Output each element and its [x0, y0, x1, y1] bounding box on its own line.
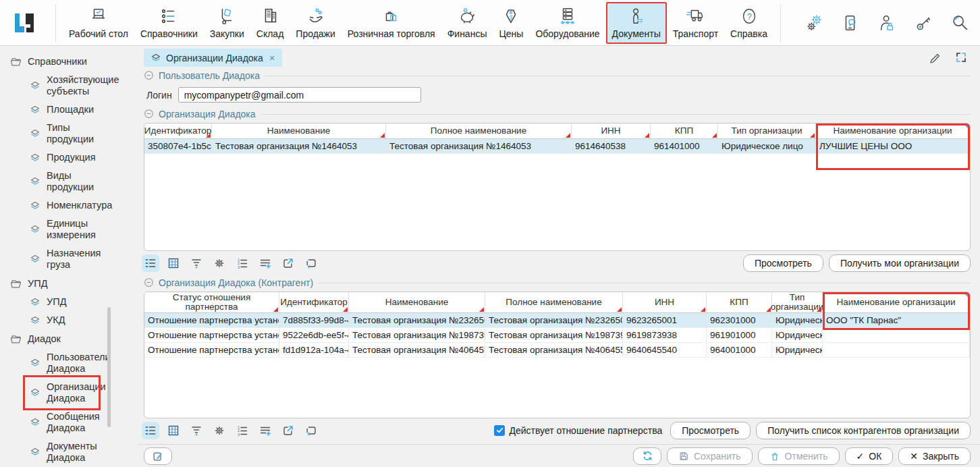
sidebar-item-cargo-purposes[interactable]: Назначения груза: [0, 244, 138, 274]
table-cell: Тестовая организация №2326500: [485, 313, 623, 327]
sidebar-item-diadoc-messages[interactable]: Сообщения Диадока: [0, 408, 138, 437]
table-row[interactable]: Отношение партнерства установ 7d885f33-9…: [144, 313, 970, 328]
gear-icon[interactable]: [213, 256, 226, 270]
toolbar-separator: [780, 4, 781, 42]
close-button[interactable]: ✕ Закрыть: [898, 447, 971, 465]
cancel-button[interactable]: Отменить: [758, 447, 840, 465]
column-header[interactable]: Идентификатор: [144, 123, 212, 138]
feedback-icon[interactable]: [840, 13, 861, 33]
sidebar-item-product-kinds[interactable]: Виды продукции: [0, 167, 138, 196]
collapse-icon[interactable]: [144, 70, 154, 80]
table-row[interactable]: 350807e4-1b5c-44ff- Тестовая организация…: [144, 139, 970, 154]
column-header[interactable]: Полное наименование: [386, 123, 572, 138]
toolbar-item-prices[interactable]: $ Цены: [493, 2, 529, 44]
toolbar-item-documents[interactable]: Документы: [606, 2, 667, 44]
table-cell: Тестовая организация №1987393: [349, 328, 485, 342]
user-security-icon[interactable]: [877, 13, 897, 33]
sidebar-group-diadoc[interactable]: Диадок: [0, 329, 138, 348]
view-button[interactable]: Просмотреть: [670, 422, 751, 439]
filter-icon[interactable]: [190, 256, 203, 270]
sidebar-scrollbar[interactable]: [107, 307, 111, 427]
section-organization: Организация Диадока: [144, 107, 971, 121]
filter-icon[interactable]: [190, 424, 203, 437]
desktop-icon: [88, 6, 109, 26]
sidebar-item-business-entities[interactable]: Хозяйствующие субъекты: [0, 71, 138, 101]
sidebar-item-label: УПД: [47, 296, 66, 308]
column-header[interactable]: Идентификатор: [279, 292, 349, 312]
export-icon[interactable]: [281, 256, 295, 270]
sidebar-item-diadoc-documents[interactable]: Документы Диадока: [0, 437, 138, 467]
sidebar-item-upd[interactable]: УПД: [0, 293, 138, 311]
sidebar-group-directories[interactable]: Справочники: [0, 52, 138, 71]
toolbar-item-finance[interactable]: Финансы: [441, 2, 493, 44]
numbered-list-icon[interactable]: 123: [236, 424, 249, 437]
collapse-icon[interactable]: [144, 109, 154, 119]
column-header[interactable]: КПП: [707, 292, 772, 312]
add-row-icon[interactable]: [258, 424, 272, 437]
settings-gears-icon[interactable]: [804, 13, 824, 33]
grid-view-icon[interactable]: [167, 424, 180, 437]
toolbar-item-help[interactable]: ? Справка: [724, 2, 773, 44]
column-header[interactable]: КПП: [651, 123, 718, 138]
sidebar-item-platforms[interactable]: Площадки: [0, 101, 138, 119]
loop-refresh-icon[interactable]: [304, 424, 318, 437]
table-cell: Тестовая организация №1987393: [485, 328, 623, 342]
sidebar-item-units[interactable]: Единицы измерения: [0, 215, 138, 244]
list-view-icon[interactable]: [144, 256, 157, 270]
toolbar-item-desktop[interactable]: Рабочий стол: [63, 2, 134, 44]
ok-button[interactable]: ✓ ОК: [845, 447, 894, 465]
toolbar-item-sales[interactable]: Продажи: [290, 2, 341, 44]
grid-view-icon[interactable]: [167, 256, 180, 270]
search-icon[interactable]: [950, 13, 970, 33]
table-row[interactable]: Отношение партнерства установ 9522e6db-e…: [144, 328, 970, 343]
sidebar-item-diadoc-users[interactable]: Пользователи Диадока: [0, 348, 138, 378]
column-header[interactable]: Тип организации: [772, 292, 823, 312]
save-button[interactable]: Сохранить: [667, 447, 753, 465]
column-header[interactable]: ИНН: [623, 292, 707, 312]
column-header[interactable]: Наименование: [212, 123, 386, 138]
loop-refresh-icon[interactable]: [304, 256, 318, 270]
column-header[interactable]: ИНН: [572, 123, 651, 138]
tab-close-icon[interactable]: ×: [269, 52, 275, 63]
list-view-icon[interactable]: [144, 424, 157, 437]
sidebar-item-ukd[interactable]: УКД: [0, 311, 138, 329]
login-input[interactable]: [178, 87, 421, 103]
tab-diadoc-organizations[interactable]: Организации Диадока ×: [144, 49, 282, 67]
key-icon[interactable]: [913, 13, 933, 33]
export-icon[interactable]: [281, 424, 295, 437]
numbered-list-icon[interactable]: 123: [236, 256, 249, 270]
view-button[interactable]: Просмотреть: [743, 254, 823, 272]
partnership-active-checkbox[interactable]: [494, 425, 505, 436]
toolbar-item-purchases[interactable]: Закупки: [204, 2, 250, 44]
toolbar-item-transport[interactable]: Транспорт: [667, 2, 724, 44]
fullscreen-icon[interactable]: [954, 51, 968, 64]
folder-icon: [9, 333, 22, 345]
sidebar-item-nomenclature[interactable]: Номенклатура: [0, 196, 138, 215]
sidebar-item-product-types[interactable]: Типы продукции: [0, 119, 138, 148]
toolbar-item-warehouse[interactable]: Склад: [250, 2, 290, 44]
collapse-icon[interactable]: [144, 277, 154, 287]
toolbar-item-retail[interactable]: Розничная торговля: [342, 2, 441, 44]
sales-icon: [306, 6, 326, 26]
column-header[interactable]: Тип организации: [718, 123, 816, 138]
column-header[interactable]: Наименование: [349, 292, 485, 312]
sidebar-item-diadoc-organizations[interactable]: Организации Диадока: [0, 378, 138, 408]
get-counterparties-button[interactable]: Получить список контрагентов организации: [756, 422, 971, 439]
edit-button[interactable]: [144, 447, 172, 465]
column-header[interactable]: Статус отношения партнерства: [144, 292, 279, 312]
toolbar-item-directories[interactable]: Справочники: [134, 2, 204, 44]
toolbar-item-equipment[interactable]: Оборудование: [529, 2, 605, 44]
gear-icon[interactable]: [213, 424, 226, 437]
add-row-icon[interactable]: [258, 256, 272, 270]
pencil-icon[interactable]: [929, 51, 942, 64]
get-my-organizations-button[interactable]: Получить мои организации: [829, 254, 971, 272]
column-header[interactable]: Наименование организации: [816, 123, 970, 138]
handtruck-icon: [217, 6, 237, 26]
app-logo: [11, 9, 38, 36]
column-header[interactable]: Наименование организации: [823, 292, 970, 312]
column-header[interactable]: Полное наименование: [485, 292, 623, 312]
sidebar-item-products[interactable]: Продукция: [0, 148, 138, 167]
refresh-button[interactable]: [633, 447, 661, 465]
sidebar-group-upd[interactable]: УПД: [0, 274, 138, 293]
table-row[interactable]: Отношение партнерства установ fd1d912a-1…: [144, 343, 970, 358]
